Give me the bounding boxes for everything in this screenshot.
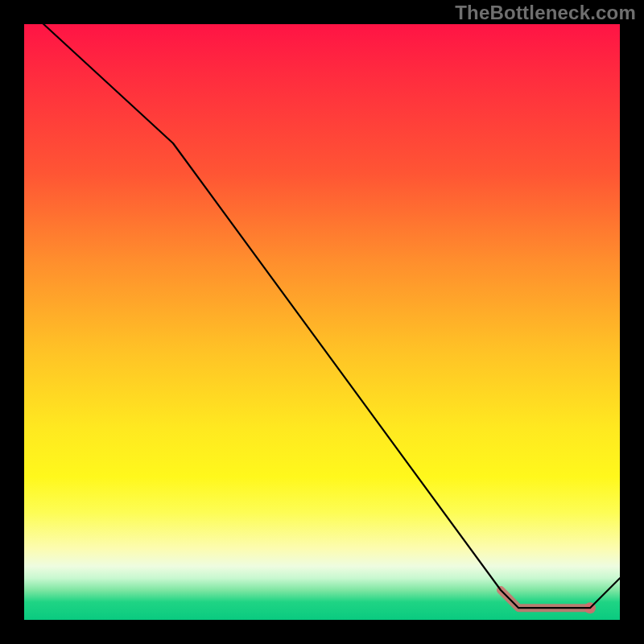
chart-stage: TheBottleneck.com bbox=[0, 0, 644, 644]
plot-area bbox=[24, 24, 620, 620]
bottleneck-curve bbox=[24, 6, 620, 608]
chart-svg bbox=[24, 24, 620, 620]
optimal-zone-highlight bbox=[501, 590, 590, 608]
watermark-text: TheBottleneck.com bbox=[455, 2, 636, 24]
